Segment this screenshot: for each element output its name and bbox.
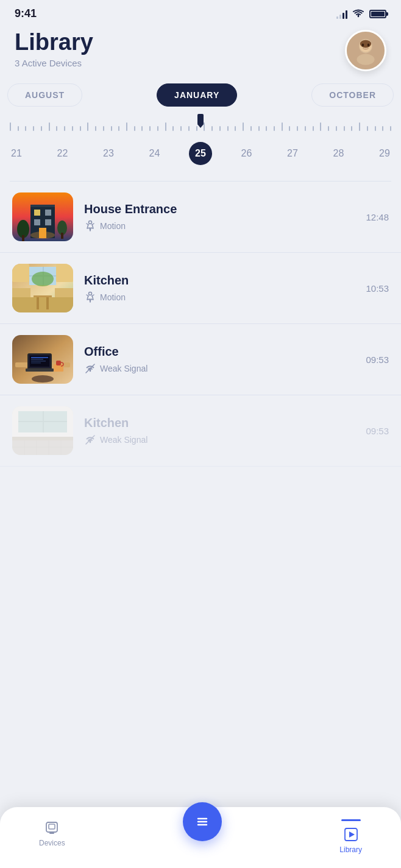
activity-item-house-entrance[interactable]: House Entrance Motion 12:48 — [0, 182, 401, 253]
motion-icon-2 — [84, 291, 96, 303]
svg-rect-42 — [31, 361, 46, 362]
svg-rect-46 — [56, 361, 61, 365]
activity-name-kitchen1: Kitchen — [84, 273, 358, 288]
svg-point-4 — [362, 44, 364, 47]
svg-rect-19 — [61, 233, 63, 239]
month-tab-august[interactable]: AUGUST — [7, 83, 82, 107]
svg-rect-24 — [55, 288, 73, 297]
svg-rect-65 — [49, 824, 55, 829]
weak-signal-icon-2 — [84, 434, 96, 446]
activity-name-kitchen2: Kitchen — [84, 416, 358, 430]
timeline-ruler: // Generate ticks inline (function(){ co… — [0, 114, 401, 131]
page-title: Library — [15, 30, 93, 55]
svg-rect-32 — [37, 297, 39, 309]
header-text: Library 3 Active Devices — [15, 30, 93, 68]
signal-strength-icon — [336, 9, 347, 19]
svg-point-15 — [30, 231, 55, 239]
svg-rect-23 — [12, 288, 30, 297]
date-26[interactable]: 26 — [235, 142, 258, 165]
activity-thumb-kitchen2 — [12, 406, 73, 455]
svg-rect-17 — [22, 235, 24, 241]
activity-time-kitchen2: 09:53 — [366, 426, 389, 436]
date-21[interactable]: 21 — [5, 142, 28, 165]
svg-rect-66 — [49, 833, 54, 834]
library-nav-label: Library — [339, 845, 362, 854]
devices-nav-icon — [43, 819, 60, 836]
activity-type-office: Weak Signal — [84, 362, 358, 375]
library-nav-icon — [342, 826, 360, 843]
activity-type-house: Motion — [84, 220, 358, 232]
date-22[interactable]: 22 — [51, 142, 74, 165]
svg-rect-11 — [45, 210, 51, 216]
svg-point-30 — [32, 272, 54, 286]
svg-rect-40 — [31, 357, 48, 358]
motion-icon — [84, 220, 96, 232]
activity-thumb-house — [12, 192, 73, 241]
date-25[interactable]: 25 — [189, 142, 212, 165]
activity-item-kitchen-1[interactable]: Kitchen Motion 10:53 — [0, 253, 401, 324]
month-tab-october[interactable]: OCTOBER — [311, 83, 394, 107]
svg-point-3 — [360, 40, 371, 48]
month-tab-january[interactable]: JANUARY — [157, 83, 237, 107]
activity-item-kitchen-2[interactable]: Kitchen Weak Signal 09:53 — [0, 395, 401, 467]
nav-item-library[interactable]: Library — [330, 817, 372, 856]
ruler: // Generate ticks inline (function(){ co… — [10, 114, 391, 131]
fab-menu-button[interactable] — [183, 802, 222, 841]
date-24[interactable]: 24 — [143, 142, 166, 165]
svg-point-47 — [32, 375, 54, 383]
status-time: 9:41 — [15, 7, 37, 20]
month-tabs: AUGUST JANUARY OCTOBER — [0, 83, 401, 107]
activity-info-house: House Entrance Motion — [84, 202, 358, 232]
date-29[interactable]: 29 — [373, 142, 396, 165]
devices-nav-label: Devices — [39, 839, 65, 847]
status-bar: 9:41 — [0, 0, 401, 25]
svg-rect-13 — [45, 219, 51, 225]
header: Library 3 Active Devices — [0, 25, 401, 83]
status-icons — [336, 9, 386, 19]
svg-rect-41 — [31, 359, 43, 360]
active-devices-count: 3 Active Devices — [15, 58, 93, 68]
date-28[interactable]: 28 — [327, 142, 350, 165]
activity-info-kitchen2: Kitchen Weak Signal — [84, 416, 358, 446]
svg-marker-71 — [349, 831, 355, 838]
svg-point-6 — [357, 54, 374, 65]
svg-rect-61 — [18, 411, 67, 432]
activity-time-office: 09:53 — [366, 355, 389, 365]
svg-rect-62 — [12, 437, 73, 440]
svg-point-5 — [367, 44, 370, 47]
svg-rect-25 — [12, 264, 29, 282]
svg-rect-9 — [30, 205, 55, 207]
nav-item-devices[interactable]: Devices — [29, 817, 75, 850]
battery-icon — [369, 10, 386, 18]
svg-rect-12 — [34, 219, 40, 225]
activity-item-office[interactable]: Office Weak Signal 09:53 — [0, 324, 401, 395]
svg-rect-33 — [46, 297, 49, 309]
library-active-bar — [341, 819, 361, 821]
activity-thumb-kitchen1 — [12, 264, 73, 312]
wifi-icon — [352, 9, 364, 19]
activity-list: House Entrance Motion 12:48 — [0, 182, 401, 467]
activity-type-kitchen2: Weak Signal — [84, 434, 358, 446]
date-27[interactable]: 27 — [281, 142, 304, 165]
activity-info-kitchen1: Kitchen Motion — [84, 273, 358, 303]
svg-rect-22 — [12, 297, 73, 312]
activity-info-office: Office Weak Signal — [84, 345, 358, 375]
date-row: 21 22 23 24 25 26 27 28 29 — [0, 136, 401, 171]
svg-rect-31 — [34, 295, 52, 297]
date-23[interactable]: 23 — [97, 142, 120, 165]
weak-signal-icon — [84, 362, 96, 375]
activity-time-kitchen1: 10:53 — [366, 283, 389, 294]
activity-thumb-office — [12, 335, 73, 384]
activity-type-kitchen1: Motion — [84, 291, 358, 303]
activity-name-house: House Entrance — [84, 202, 358, 216]
svg-rect-51 — [12, 440, 73, 455]
svg-point-34 — [89, 292, 92, 295]
bottom-nav: Devices Library — [0, 807, 401, 868]
svg-point-20 — [89, 221, 92, 224]
avatar[interactable] — [345, 30, 386, 71]
svg-rect-10 — [34, 210, 40, 216]
activity-name-office: Office — [84, 345, 358, 359]
svg-rect-43 — [31, 362, 41, 364]
svg-rect-44 — [26, 369, 54, 372]
svg-rect-26 — [56, 264, 73, 282]
